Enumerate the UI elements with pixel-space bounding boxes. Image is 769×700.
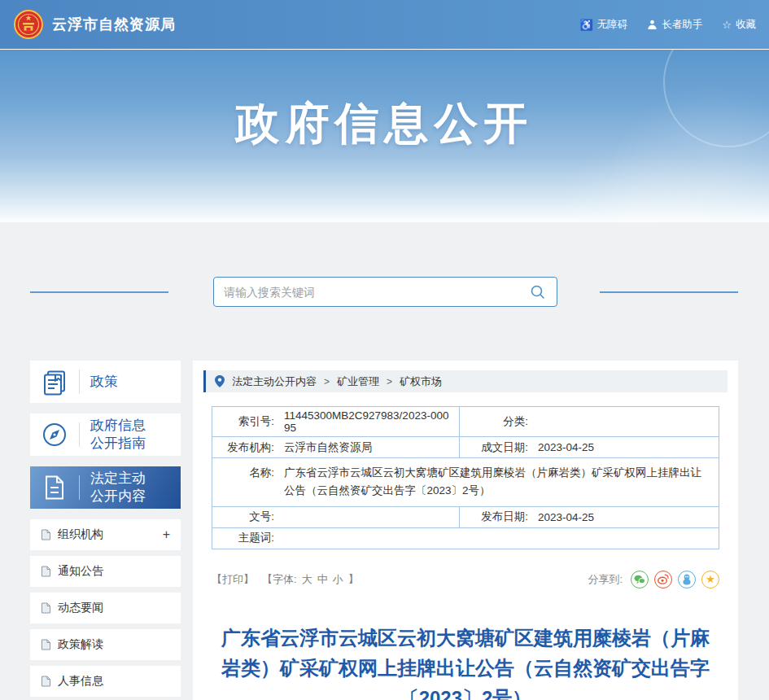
article-toolbar: 【打印】 【字体: 大 中 小 】 分享到: — [212, 571, 719, 588]
sidebar-sub-label: 动态要闻 — [58, 601, 103, 615]
search-button[interactable] — [529, 283, 547, 301]
keywords-label: 主题词: — [212, 531, 284, 545]
sidebar-item-label: 法定主动公开内容 — [90, 470, 157, 505]
header-links: ♿ 无障碍 长者助手 ☆ 收藏 — [561, 18, 756, 32]
page-icon — [41, 602, 51, 614]
location-pin-icon — [215, 375, 225, 387]
document-name-value: 广东省云浮市云城区云初大窝塘矿区建筑用糜棱岩（片麻岩类）矿采矿权网上挂牌出让公告… — [284, 464, 719, 501]
search-decor-line-right — [600, 291, 738, 293]
qzone-star-icon: ★ — [706, 574, 715, 584]
elder-assistant-link[interactable]: 长者助手 — [647, 18, 702, 32]
breadcrumb-item-mining-rights-market[interactable]: 矿权市场 — [400, 374, 442, 389]
sidebar-item-policy[interactable]: 政策 — [30, 361, 181, 403]
top-header-bar: 云浮市自然资源局 ♿ 无障碍 长者助手 ☆ 收藏 — [0, 0, 769, 49]
sidebar-item-news[interactable]: 动态要闻 — [30, 593, 181, 623]
sidebar-item-statutory-disclosure[interactable]: 法定主动公开内容 — [30, 466, 181, 509]
star-icon: ☆ — [722, 20, 732, 30]
document-number-label: 文号: — [212, 510, 284, 524]
sidebar-sub-label: 组织机构 — [58, 527, 103, 542]
table-row: 主题词: — [212, 527, 719, 549]
print-button[interactable]: 【打印】 — [212, 572, 254, 587]
font-size-large-button[interactable]: 大 — [302, 572, 312, 587]
share-bar: 分享到: — [588, 571, 719, 588]
index-number-value: 11445300MB2C927983/2023-00095 — [284, 409, 459, 434]
article-title: 广东省云浮市云城区云初大窝塘矿区建筑用糜棱岩（片麻岩类）矿采矿权网上挂牌出让公告… — [221, 623, 710, 700]
accessibility-icon: ♿ — [580, 20, 593, 30]
share-weibo-button[interactable] — [654, 571, 672, 588]
sidebar-item-info-guide[interactable]: 政府信息公开指南 — [30, 413, 181, 456]
breadcrumb-item-mining-management[interactable]: 矿业管理 — [337, 374, 379, 389]
share-qzone-button[interactable]: ★ — [701, 571, 719, 588]
sidebar-item-personnel[interactable]: 人事信息 — [30, 666, 181, 697]
elder-assistant-icon — [647, 20, 658, 30]
search-box — [213, 277, 557, 307]
issuing-agency-value: 云浮市自然资源局 — [284, 440, 459, 455]
publish-date-label: 发布日期: — [460, 510, 538, 524]
expand-plus-icon[interactable]: + — [163, 527, 170, 542]
page-icon — [41, 639, 51, 650]
wechat-icon — [634, 575, 645, 584]
site-title: 云浮市自然资源局 — [52, 15, 176, 34]
written-date-label: 成文日期: — [460, 440, 538, 455]
font-group-close: 】 — [348, 572, 359, 587]
compass-icon — [30, 421, 79, 448]
breadcrumb-item-statutory[interactable]: 法定主动公开内容 — [232, 374, 317, 389]
accessibility-link[interactable]: ♿ 无障碍 — [580, 18, 628, 32]
page-icon — [41, 566, 51, 577]
banner-title: 政府信息公开 — [0, 94, 769, 154]
content-area: 政策 政府信息公开指南 法定主动公开内容 — [30, 361, 738, 700]
qq-icon — [682, 574, 692, 585]
breadcrumb-separator: > — [387, 376, 392, 387]
document-icon — [30, 474, 79, 501]
table-row: 名称: 广东省云浮市云城区云初大窝塘矿区建筑用糜棱岩（片麻岩类）矿采矿权网上挂牌… — [212, 458, 719, 507]
category-label: 分类: — [460, 414, 538, 429]
search-input[interactable] — [224, 286, 529, 299]
sidebar-item-notices[interactable]: 通知公告 — [30, 556, 181, 587]
site-logo-home-link[interactable]: 云浮市自然资源局 — [13, 9, 176, 40]
table-row: 发布机构: 云浮市自然资源局 成文日期: 2023-04-25 — [212, 437, 719, 458]
sidebar-item-label: 政策 — [90, 373, 157, 391]
table-row: 索引号: 11445300MB2C927983/2023-00095 分类: — [212, 407, 719, 437]
written-date-value: 2023-04-25 — [538, 441, 719, 453]
font-group-open: 【字体: — [262, 572, 297, 587]
national-emblem-logo — [13, 9, 44, 40]
breadcrumb-separator: > — [324, 376, 330, 387]
document-name-label: 名称: — [212, 464, 284, 482]
sidebar: 政策 政府信息公开指南 法定主动公开内容 — [30, 361, 181, 700]
book-icon — [30, 368, 79, 396]
search-section — [0, 277, 769, 307]
page-icon — [41, 529, 51, 540]
publish-date-value: 2023-04-25 — [538, 511, 719, 523]
sidebar-item-organization[interactable]: 组织机构 + — [30, 519, 181, 550]
share-qq-button[interactable] — [678, 571, 696, 588]
table-row: 文号: 发布日期: 2023-04-25 — [212, 506, 719, 527]
favorite-link[interactable]: ☆ 收藏 — [722, 18, 756, 32]
divider — [79, 422, 80, 447]
sidebar-sub-label: 政策解读 — [58, 637, 103, 652]
font-size-medium-button[interactable]: 中 — [317, 572, 328, 587]
font-size-control: 【字体: 大 中 小 】 — [262, 572, 359, 587]
page-icon — [41, 676, 51, 687]
sidebar-sub-label: 人事信息 — [58, 674, 103, 689]
share-label: 分享到: — [588, 572, 623, 587]
issuing-agency-label: 发布机构: — [212, 440, 284, 455]
main-panel: 法定主动公开内容 > 矿业管理 > 矿权市场 索引号: 11445300MB2C… — [193, 361, 738, 700]
font-size-small-button[interactable]: 小 — [333, 572, 343, 587]
index-number-label: 索引号: — [212, 414, 284, 429]
search-icon — [531, 285, 545, 300]
search-decor-line-left — [30, 291, 168, 293]
divider — [79, 370, 80, 394]
page-banner: 政府信息公开 — [0, 49, 769, 222]
sidebar-sub-label: 通知公告 — [58, 564, 103, 579]
divider — [79, 475, 80, 500]
share-wechat-button[interactable] — [631, 571, 649, 588]
sidebar-item-policy-interpretation[interactable]: 政策解读 — [30, 629, 181, 660]
document-info-table: 索引号: 11445300MB2C927983/2023-00095 分类: 发… — [212, 406, 719, 549]
breadcrumb: 法定主动公开内容 > 矿业管理 > 矿权市场 — [203, 370, 727, 392]
weibo-icon — [658, 574, 669, 584]
sidebar-item-label: 政府信息公开指南 — [90, 417, 157, 453]
